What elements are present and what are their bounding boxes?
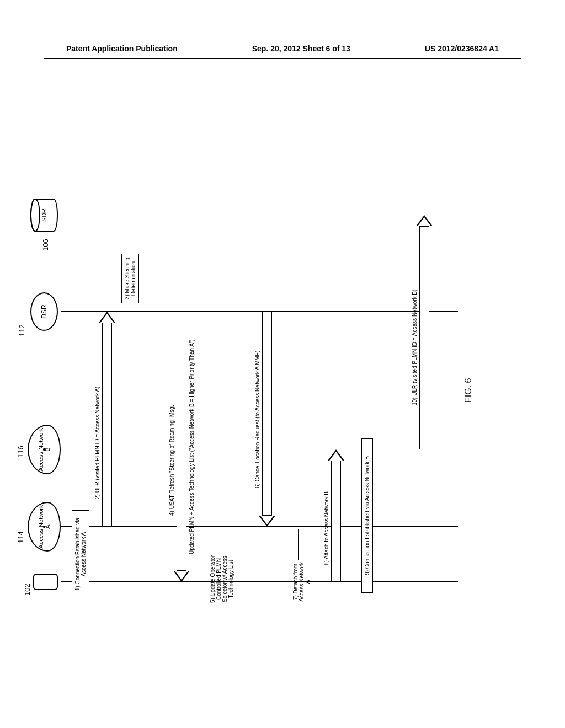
step-5-label: 5) Update Operator Controlled PLMN Selec… [210,552,234,607]
step-6-label: 6) Cancel Location Request (to Access Ne… [254,350,260,488]
dsr-label: DSR [40,304,48,318]
sdr-number: 106 [41,239,50,251]
step-7-label: 7) Detach from Access Network A [292,560,311,604]
access-b-label: Access Network B [38,426,51,473]
dsr-node: DSR [30,292,58,331]
step-2-label: 2) ULR (visited PLMN ID = Access Network… [94,387,100,499]
lifeline-sdr [61,215,458,215]
access-b-number: 116 [17,446,25,458]
header-right: US 2012/0236824 A1 [425,44,499,53]
header-left: Patent Application Publication [66,44,178,53]
step-7-line [298,529,299,560]
step-1-box: 1) Connection Established via Access Net… [72,510,89,598]
step-4a-label: 4) USAT Refresh "Steering of Roaming" Ms… [169,405,175,516]
lifeline-access-b [61,449,436,449]
sdr-label: SDR [41,208,47,221]
access-network-a-cloud: Access Network A [28,502,61,552]
access-a-label: Access Network A [38,503,51,550]
header-center: Sep. 20, 2012 Sheet 6 of 13 [252,44,350,53]
sdr-node: SDR [30,199,58,232]
step-9-box: 9) Connection Established via Access Net… [361,438,373,593]
device-icon [33,574,58,590]
dsr-number: 112 [18,324,26,336]
step-3-box: 3) Make Steering Determination [121,254,139,303]
access-a-number: 114 [17,531,25,543]
figure-label: FIG. 6 [463,378,473,403]
device-number: 102 [23,584,31,596]
step-4b-label: Updated PLMN + Access Technology List ("… [189,339,195,554]
sequence-diagram: 102 Access Network A 114 Access Network … [50,171,502,557]
step-8-label: 8) Attach to Access Network B [323,491,329,565]
access-network-b-cloud: Access Network B [28,425,61,474]
step-10-label: 10) ULR (visited PLMN ID = Access Networ… [412,290,418,405]
header-divider [44,58,521,59]
lifeline-device [61,581,458,582]
lifeline-dsr [61,311,458,312]
